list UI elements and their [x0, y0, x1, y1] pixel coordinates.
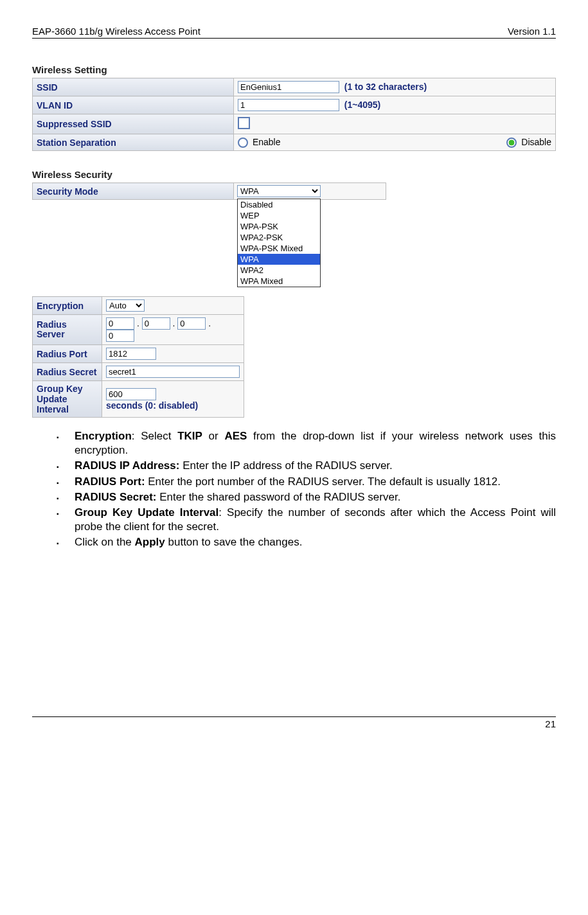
opt-wpa2-psk[interactable]: WPA2-PSK [238, 232, 320, 243]
opt-wpa[interactable]: WPA [238, 254, 320, 265]
opt-wpa-psk-mixed[interactable]: WPA-PSK Mixed [238, 243, 320, 254]
vlan-input[interactable] [238, 99, 339, 111]
security-mode-row: Security Mode WPA Disabled WEP WPA-PSK W… [32, 182, 386, 200]
group-key-update-label: Group Key Update Interval [33, 381, 102, 418]
opt-wpa-mixed[interactable]: WPA Mixed [238, 276, 320, 287]
suppressed-ssid-checkbox[interactable] [238, 117, 250, 129]
help-list: Encryption: Select TKIP or AES from the … [32, 429, 556, 549]
header-left: EAP-3660 11b/g Wireless Access Point [32, 26, 200, 37]
group-key-interval-input[interactable] [106, 388, 156, 400]
security-mode-select[interactable]: WPA [237, 185, 321, 197]
list-item: Click on the Apply button to save the ch… [75, 535, 556, 549]
radius-ip-3[interactable] [177, 317, 206, 330]
suppressed-ssid-label: Suppressed SSID [33, 114, 234, 134]
station-sep-enable-radio[interactable] [238, 138, 248, 148]
opt-wpa-psk[interactable]: WPA-PSK [238, 221, 320, 232]
opt-disabled[interactable]: Disabled [238, 199, 320, 210]
radius-port-input[interactable] [106, 348, 156, 360]
page-footer: 21 [32, 716, 556, 729]
ssid-note: (1 to 32 characters) [344, 82, 427, 92]
list-item: RADIUS Port: Enter the port number of th… [75, 475, 556, 489]
ssid-label: SSID [33, 78, 234, 96]
page-number: 21 [545, 718, 556, 729]
header-right: Version 1.1 [508, 26, 556, 37]
opt-wpa2[interactable]: WPA2 [238, 265, 320, 276]
encryption-label: Encryption [33, 297, 102, 315]
wireless-setting-table: SSID (1 to 32 characters) VLAN ID (1~409… [32, 78, 556, 151]
radius-port-label: Radius Port [33, 345, 102, 363]
disable-label: Disable [521, 137, 551, 147]
station-separation-label: Station Separation [33, 134, 234, 151]
enable-label: Enable [253, 137, 281, 147]
group-key-note: seconds (0: disabled) [106, 400, 198, 411]
list-item: Encryption: Select TKIP or AES from the … [75, 429, 556, 458]
radius-ip-2[interactable] [142, 317, 170, 330]
ssid-input[interactable] [238, 81, 339, 93]
vlan-label: VLAN ID [33, 96, 234, 114]
station-sep-disable-radio[interactable] [506, 138, 517, 148]
list-item: RADIUS IP Address: Enter the IP address … [75, 459, 556, 473]
radius-server-label: Radius Server [33, 315, 102, 345]
radius-secret-input[interactable] [106, 366, 240, 378]
radius-secret-label: Radius Secret [33, 363, 102, 381]
opt-wep[interactable]: WEP [238, 210, 320, 221]
security-details-table: Encryption Auto Radius Server . . . Radi… [32, 296, 244, 418]
wireless-setting-title: Wireless Setting [32, 64, 556, 75]
list-item: Group Key Update Interval: Specify the n… [75, 506, 556, 534]
page-header: EAP-3660 11b/g Wireless Access Point Ver… [32, 26, 556, 39]
list-item: RADIUS Secret: Enter the shared password… [75, 490, 556, 504]
security-mode-dropdown-list[interactable]: Disabled WEP WPA-PSK WPA2-PSK WPA-PSK Mi… [237, 199, 321, 287]
security-block: Security Mode WPA Disabled WEP WPA-PSK W… [32, 182, 556, 418]
radius-ip-4[interactable] [106, 330, 134, 342]
encryption-select[interactable]: Auto [106, 299, 145, 312]
vlan-note: (1~4095) [344, 100, 380, 110]
security-mode-label: Security Mode [33, 183, 234, 200]
wireless-security-title: Wireless Security [32, 169, 556, 180]
radius-ip-1[interactable] [106, 317, 134, 330]
